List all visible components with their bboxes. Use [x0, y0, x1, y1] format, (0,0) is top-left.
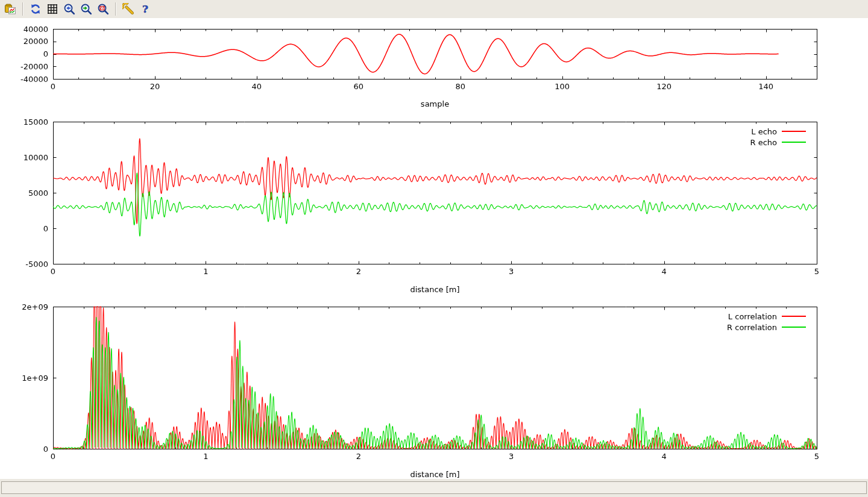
chart3-x-axis-title: distance [m] — [53, 470, 817, 479]
copy-to-clipboard-button[interactable] — [3, 1, 17, 17]
refresh-icon — [30, 3, 42, 15]
toolbar-separator — [22, 2, 24, 16]
status-bar — [1, 481, 867, 494]
legend-label: L echo — [751, 127, 777, 136]
legend-line-sample — [782, 142, 806, 143]
autoscale-button[interactable] — [96, 1, 110, 17]
grid-icon — [46, 3, 58, 15]
legend-label: R correlation — [727, 323, 777, 332]
toolbar-separator — [115, 2, 116, 16]
gnuplot-window: { "window": { "background": "#ece9e2", "… — [0, 0, 868, 497]
replot-button[interactable] — [28, 1, 43, 17]
legend-entry-l-correlation: L correlation — [727, 311, 806, 322]
chart3-legend: L correlation R correlation — [727, 311, 806, 333]
toggle-grid-button[interactable] — [45, 1, 60, 17]
legend-entry-l-echo: L echo — [750, 126, 806, 137]
next-zoom-button[interactable] — [79, 1, 93, 17]
clipboard-chart-icon — [4, 3, 16, 15]
chart2-legend: L echo R echo — [750, 126, 806, 148]
toolbar: ? — [0, 0, 868, 19]
previous-zoom-button[interactable] — [62, 1, 77, 17]
help-button[interactable]: ? — [138, 1, 153, 17]
help-icon: ? — [139, 3, 151, 15]
legend-entry-r-correlation: R correlation — [727, 322, 806, 333]
zoom-previous-icon — [63, 3, 75, 15]
svg-text:?: ? — [142, 3, 148, 15]
chart1-x-axis-title: sample — [53, 100, 817, 108]
zoom-next-icon — [80, 3, 92, 15]
legend-line-sample — [782, 131, 806, 132]
plot-area: sample distance [m] distance [m] L echo … — [0, 18, 868, 479]
legend-label: R echo — [750, 138, 777, 147]
wrench-icon — [122, 3, 134, 15]
zoom-fit-icon — [97, 3, 109, 15]
charts-canvas[interactable] — [0, 18, 868, 479]
legend-line-sample — [782, 327, 806, 328]
configure-button[interactable] — [121, 1, 136, 17]
legend-entry-r-echo: R echo — [750, 137, 806, 148]
legend-label: L correlation — [728, 312, 777, 321]
legend-line-sample — [782, 316, 806, 317]
chart2-x-axis-title: distance [m] — [53, 286, 817, 294]
